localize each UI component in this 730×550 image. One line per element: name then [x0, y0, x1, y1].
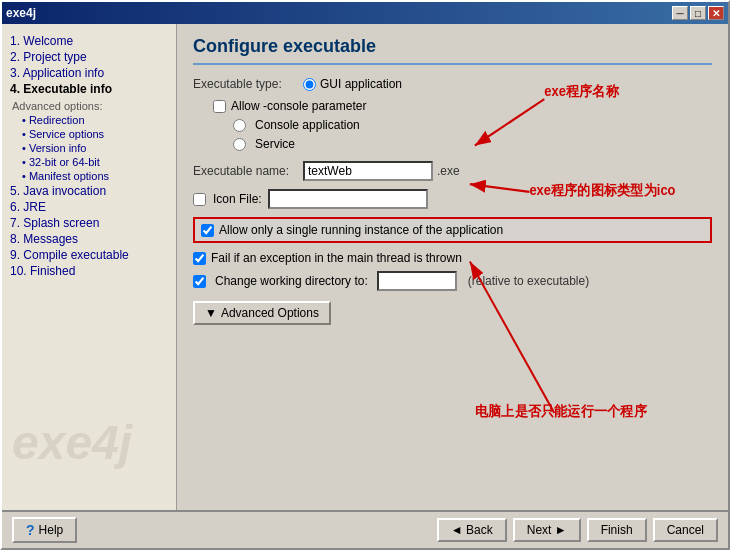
- icon-file-label: Icon File:: [213, 192, 262, 206]
- sidebar-item-compile-exec[interactable]: 9. Compile executable: [10, 248, 168, 262]
- service-row: Service: [233, 137, 712, 151]
- icon-file-checkbox[interactable]: [193, 193, 206, 206]
- allow-console-checkbox[interactable]: [213, 100, 226, 113]
- finish-button[interactable]: Finish: [587, 518, 647, 542]
- sidebar-advanced-label: Advanced options:: [12, 100, 168, 112]
- exe-ext-label: .exe: [437, 164, 460, 178]
- title-bar-buttons: ─ □ ✕: [672, 6, 724, 20]
- single-instance-box: Allow only a single running instance of …: [193, 217, 712, 243]
- working-dir-checkbox[interactable]: [193, 275, 206, 288]
- help-label: Help: [39, 523, 64, 537]
- allow-console-row: Allow -console parameter: [213, 99, 712, 113]
- sidebar-item-jre[interactable]: 6. JRE: [10, 200, 168, 214]
- exe-type-row: Executable type: GUI application: [193, 77, 712, 91]
- close-button[interactable]: ✕: [708, 6, 724, 20]
- next-button[interactable]: Next ►: [513, 518, 581, 542]
- allow-console-label: Allow -console parameter: [231, 99, 366, 113]
- sidebar-item-bit-options[interactable]: • 32-bit or 64-bit: [10, 156, 168, 168]
- sidebar-item-service-options[interactable]: • Service options: [10, 128, 168, 140]
- footer: ? Help ◄ Back Next ► Finish Cancel: [2, 510, 728, 548]
- single-instance-checkbox[interactable]: [201, 224, 214, 237]
- fail-exception-row: Fail if an exception in the main thread …: [193, 251, 712, 265]
- sidebar-item-version-info[interactable]: • Version info: [10, 142, 168, 154]
- service-radio[interactable]: [233, 138, 246, 151]
- working-dir-row: Change working directory to: (relative t…: [193, 271, 712, 291]
- footer-right: ◄ Back Next ► Finish Cancel: [437, 518, 718, 542]
- help-button[interactable]: ? Help: [12, 517, 77, 543]
- window-title: exe4j: [6, 6, 36, 20]
- gui-app-radio[interactable]: [303, 78, 316, 91]
- fail-exception-label: Fail if an exception in the main thread …: [211, 251, 462, 265]
- sidebar-item-manifest-options[interactable]: • Manifest options: [10, 170, 168, 182]
- title-bar: exe4j ─ □ ✕: [2, 2, 728, 24]
- working-dir-label: Change working directory to:: [215, 274, 368, 288]
- sidebar-item-messages[interactable]: 8. Messages: [10, 232, 168, 246]
- back-button[interactable]: ◄ Back: [437, 518, 507, 542]
- sidebar-watermark: exe4j: [12, 415, 132, 470]
- advanced-options-button[interactable]: ▼ Advanced Options: [193, 301, 331, 325]
- working-dir-input[interactable]: [377, 271, 457, 291]
- back-label: ◄ Back: [451, 523, 493, 537]
- advanced-btn-arrow: ▼: [205, 306, 217, 320]
- main-window: exe4j ─ □ ✕ 1. Welcome 2. Project type 3…: [0, 0, 730, 550]
- icon-file-input[interactable]: [268, 189, 428, 209]
- sidebar-item-redirection[interactable]: • Redirection: [10, 114, 168, 126]
- content-area: 1. Welcome 2. Project type 3. Applicatio…: [2, 24, 728, 510]
- svg-text:电脑上是否只能运行一个程序: 电脑上是否只能运行一个程序: [475, 402, 648, 419]
- exe-name-input[interactable]: [303, 161, 433, 181]
- sidebar-item-app-info[interactable]: 3. Application info: [10, 66, 168, 80]
- sidebar-item-java-invocation[interactable]: 5. Java invocation: [10, 184, 168, 198]
- annotations-overlay: exe程序名称 exe程序的图标类型为ico 电脑上是否只能运行一个程序: [177, 24, 728, 510]
- help-icon: ?: [26, 522, 35, 538]
- sidebar-item-finished[interactable]: 10. Finished: [10, 264, 168, 278]
- finish-label: Finish: [601, 523, 633, 537]
- service-label: Service: [255, 137, 295, 151]
- sidebar: 1. Welcome 2. Project type 3. Applicatio…: [2, 24, 177, 510]
- footer-left: ? Help: [12, 517, 77, 543]
- cancel-button[interactable]: Cancel: [653, 518, 718, 542]
- console-app-label: Console application: [255, 118, 360, 132]
- exe-name-label: Executable name:: [193, 164, 303, 178]
- sidebar-item-welcome[interactable]: 1. Welcome: [10, 34, 168, 48]
- sidebar-item-project-type[interactable]: 2. Project type: [10, 50, 168, 64]
- maximize-button[interactable]: □: [690, 6, 706, 20]
- advanced-btn-label: Advanced Options: [221, 306, 319, 320]
- minimize-button[interactable]: ─: [672, 6, 688, 20]
- fail-exception-checkbox[interactable]: [193, 252, 206, 265]
- next-label: Next ►: [527, 523, 567, 537]
- exe-name-row: Executable name: .exe: [193, 161, 712, 181]
- icon-file-row: Icon File:: [193, 189, 712, 209]
- sidebar-item-splash-screen[interactable]: 7. Splash screen: [10, 216, 168, 230]
- exe-type-label: Executable type:: [193, 77, 303, 91]
- gui-app-label: GUI application: [320, 77, 402, 91]
- cancel-label: Cancel: [667, 523, 704, 537]
- working-dir-suffix: (relative to executable): [468, 274, 589, 288]
- sidebar-item-exe-info[interactable]: 4. Executable info: [10, 82, 168, 96]
- single-instance-row: Allow only a single running instance of …: [201, 223, 704, 237]
- panel-title: Configure executable: [193, 36, 712, 65]
- single-instance-label: Allow only a single running instance of …: [219, 223, 503, 237]
- console-app-radio[interactable]: [233, 119, 246, 132]
- console-app-row: Console application: [233, 118, 712, 132]
- main-panel: Configure executable Executable type: GU…: [177, 24, 728, 510]
